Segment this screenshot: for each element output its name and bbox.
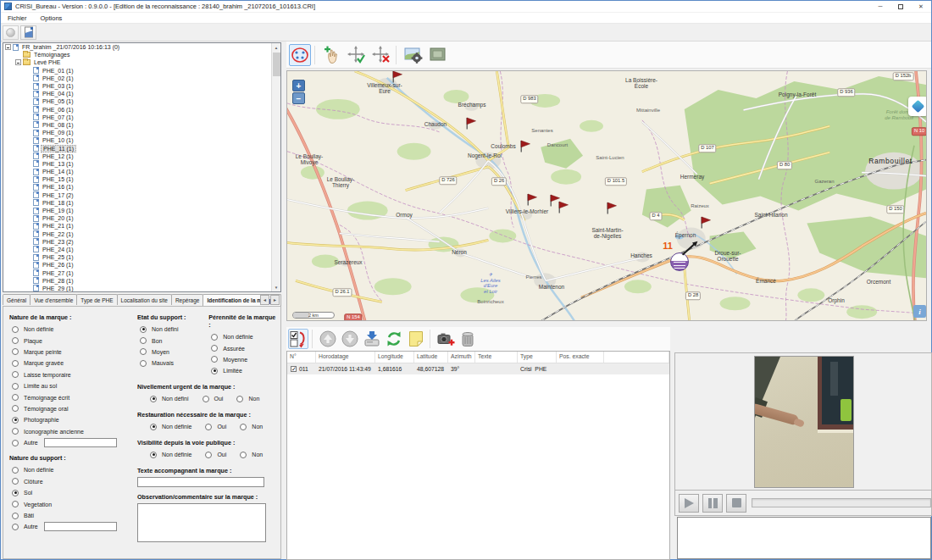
phe-flag-marker-3[interactable]: [519, 140, 531, 153]
next-record-button[interactable]: [340, 329, 360, 349]
water-level-marker[interactable]: [670, 252, 689, 271]
radio-nature_marque-limite-au-sol[interactable]: Limite au sol: [9, 380, 135, 391]
radio-nature_marque-photographie[interactable]: Photographie: [9, 414, 135, 425]
radio-restauration-non[interactable]: Non: [237, 424, 263, 430]
radio-nature_support-b-ti[interactable]: Bâti: [9, 510, 135, 521]
radio-visibilite-oui[interactable]: Oui: [202, 452, 226, 458]
radio-nature_marque-laisse-temporaire[interactable]: Laisse temporaire: [9, 369, 135, 380]
observation-textarea[interactable]: [137, 503, 266, 542]
import-button[interactable]: [362, 329, 382, 349]
radio-nature_support-vegetation[interactable]: Vegetation: [9, 498, 135, 509]
tree-item-phe-07-1[interactable]: PHE_07 (1): [3, 114, 280, 121]
tree-item-phe-06-1[interactable]: PHE_06 (1): [3, 106, 280, 114]
close-button[interactable]: ✕: [911, 1, 931, 12]
tree-item-phe-04-1[interactable]: PHE_04 (1): [3, 90, 280, 97]
scroll-down-icon[interactable]: ▼: [272, 283, 280, 291]
radio-nivellement-non-d-fini[interactable]: Non défini: [147, 396, 189, 402]
radio-etat_support-non-d-fini[interactable]: Non défini: [137, 324, 208, 335]
texte-marque-input[interactable]: [137, 477, 264, 487]
tree-item-phe-28-1[interactable]: PHE_28 (1): [3, 277, 280, 285]
radio-nature_marque-autre[interactable]: Autre: [9, 437, 135, 448]
column-header-n[interactable]: N°: [287, 352, 316, 363]
radio-visibilite-non-d-finie[interactable]: Non définie: [147, 452, 191, 458]
tree-item-phe-21-1[interactable]: PHE_21 (1): [3, 222, 280, 230]
add-photo-button[interactable]: [435, 329, 456, 349]
menu-options[interactable]: Options: [34, 14, 69, 22]
column-header-longitude[interactable]: Longitude: [375, 352, 414, 363]
tree-item-phe-10-1[interactable]: PHE_10 (1): [3, 136, 280, 144]
tree-item-phe-22-1[interactable]: PHE_22 (1): [3, 230, 280, 238]
map-view[interactable]: Villemeux-sur- EureBréchampsChaudonSenan…: [286, 70, 927, 321]
radio-nature_marque-t-moignage-oral[interactable]: Témoignage oral: [9, 403, 135, 414]
ellipse-select-button[interactable]: [289, 44, 311, 66]
tree-item-phe-29-1[interactable]: PHE_29 (1): [3, 285, 280, 292]
radio-nature_marque-non-d-finie[interactable]: Non définie: [9, 324, 135, 335]
radio-perennite-limit-e[interactable]: Limitée: [208, 365, 278, 376]
stop-button[interactable]: [726, 494, 746, 513]
phe-flag-marker-7[interactable]: [605, 202, 618, 215]
tree-item-phe-27-1[interactable]: PHE_27 (1): [3, 269, 280, 276]
tree-item-phe-09-1[interactable]: PHE_09 (1): [3, 129, 280, 136]
tree-item-phe-14-1[interactable]: PHE_14 (1): [3, 168, 280, 175]
map-layers-button[interactable]: [908, 97, 927, 116]
tree-item-phe-12-1[interactable]: PHE_12 (1): [3, 152, 280, 160]
tab-vue-d-ensemble[interactable]: Vue d'ensemble: [30, 294, 77, 305]
minimize-button[interactable]: ─: [870, 1, 890, 12]
radio-perennite-moyenne[interactable]: Moyenne: [208, 354, 278, 365]
move-confirm-button[interactable]: [346, 44, 368, 66]
tab-scroll-left-icon[interactable]: ◄: [260, 295, 269, 305]
map-zoom-out-button[interactable]: −: [292, 92, 305, 104]
radio-nature_marque-marque-peinte[interactable]: Marque peinte: [9, 347, 135, 358]
maximize-button[interactable]: [890, 1, 911, 12]
phe-flag-marker-2[interactable]: [464, 117, 477, 130]
radio-nivellement-non[interactable]: Non: [234, 396, 259, 402]
row-checkbox[interactable]: [291, 366, 297, 372]
tab-rep-rage[interactable]: Repérage: [171, 294, 204, 305]
tree-item-phe-26-1[interactable]: PHE_26 (1): [3, 261, 280, 269]
tree-item-phe-01-1[interactable]: PHE_01 (1): [3, 67, 280, 75]
tree-item-t-moignages[interactable]: Témoignages: [3, 51, 280, 58]
autre-input[interactable]: [44, 522, 117, 531]
radio-nature_support-cl-ture[interactable]: Clôture: [9, 476, 135, 487]
phe-flag-marker-8[interactable]: [699, 216, 712, 230]
map-info-button[interactable]: i: [913, 305, 926, 318]
record-button[interactable]: [3, 25, 19, 40]
radio-etat_support-mauvais[interactable]: Mauvais: [137, 358, 208, 369]
tree-item-phe-02-1[interactable]: PHE_02 (1): [3, 75, 280, 82]
comment-box[interactable]: [677, 517, 931, 559]
radio-nature_marque-iconographie-ancienne[interactable]: Iconographie ancienne: [9, 426, 135, 437]
radio-nivellement-oui[interactable]: Oui: [200, 396, 224, 402]
tab-g-n-ral[interactable]: Général: [3, 294, 31, 305]
pause-button[interactable]: [702, 494, 723, 513]
tree-item-phe-23-2[interactable]: PHE_23 (2): [3, 238, 280, 246]
tree-item-phe-19-1[interactable]: PHE_19 (1): [3, 207, 280, 214]
tree-item-lev-phe[interactable]: Levé PHE: [3, 58, 280, 66]
column-header-latitude[interactable]: Latitude: [414, 352, 448, 363]
radio-restauration-non-d-finie[interactable]: Non définie: [147, 424, 191, 430]
tab-type-de-phe[interactable]: Type de PHE: [76, 294, 117, 305]
refresh-button[interactable]: [384, 329, 404, 349]
column-header-pos-exacte[interactable]: Pos. exacte: [557, 352, 604, 363]
note-button[interactable]: [406, 329, 426, 349]
tree-item-phe-15-1[interactable]: PHE_15 (1): [3, 175, 280, 183]
menu-fichier[interactable]: Fichier: [1, 14, 34, 22]
tree-item-phe-18-1[interactable]: PHE_18 (1): [3, 199, 280, 207]
radio-nature_marque-plaque[interactable]: Plaque: [9, 335, 135, 346]
tree-item-phe-24-1[interactable]: PHE_24 (1): [3, 246, 280, 253]
previous-record-button[interactable]: [318, 329, 338, 349]
autre-input[interactable]: [44, 438, 117, 447]
map-settings-button[interactable]: [402, 44, 424, 66]
delete-button[interactable]: [458, 329, 478, 349]
move-cancel-button[interactable]: [370, 44, 392, 66]
tab-scroll-right-icon[interactable]: ►: [270, 295, 280, 305]
report-button[interactable]: [20, 25, 36, 40]
column-header-texte[interactable]: Texte: [475, 352, 518, 363]
radio-etat_support-bon[interactable]: Bon: [137, 335, 208, 346]
map-capture-button[interactable]: [427, 44, 449, 66]
tree-item-phe-05-1[interactable]: PHE_05 (1): [3, 97, 280, 105]
table-row[interactable]: 01121/07/2016 11:43:491,68161648,6071283…: [287, 363, 669, 374]
radio-visibilite-non[interactable]: Non: [237, 452, 263, 458]
radio-restauration-oui[interactable]: Oui: [202, 424, 226, 430]
radio-nature_marque-t-moignage-crit[interactable]: Témoignage écrit: [9, 391, 135, 402]
phe-flag-marker-6[interactable]: [557, 201, 569, 214]
